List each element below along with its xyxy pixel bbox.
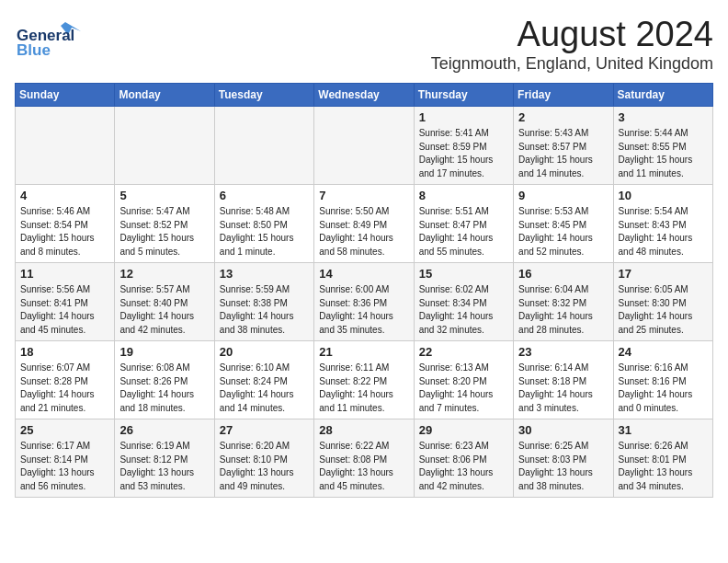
day-number: 24 [619,345,708,359]
calendar-cell: 8Sunrise: 5:51 AM Sunset: 8:47 PM Daylig… [414,185,513,263]
calendar-cell: 26Sunrise: 6:19 AM Sunset: 8:12 PM Dayli… [115,419,214,498]
calendar-week: 4Sunrise: 5:46 AM Sunset: 8:54 PM Daylig… [16,185,713,263]
calendar-cell: 24Sunrise: 6:16 AM Sunset: 8:16 PM Dayli… [613,341,712,419]
weekday-header: Friday [514,84,613,107]
day-number: 18 [20,345,109,359]
cell-info: Sunrise: 6:08 AM Sunset: 8:26 PM Dayligh… [119,362,209,415]
day-number: 25 [20,423,109,437]
cell-info: Sunrise: 6:17 AM Sunset: 8:14 PM Dayligh… [20,440,109,493]
cell-info: Sunrise: 6:19 AM Sunset: 8:12 PM Dayligh… [119,440,209,493]
day-number: 27 [220,423,309,437]
cell-info: Sunrise: 6:22 AM Sunset: 8:08 PM Dayligh… [319,440,408,493]
cell-info: Sunrise: 5:57 AM Sunset: 8:40 PM Dayligh… [119,283,209,337]
day-number: 9 [518,189,608,202]
day-number: 13 [220,267,309,281]
cell-info: Sunrise: 5:48 AM Sunset: 8:50 PM Dayligh… [220,205,309,259]
calendar-table: SundayMondayTuesdayWednesdayThursdayFrid… [15,83,713,498]
cell-info: Sunrise: 6:04 AM Sunset: 8:32 PM Dayligh… [518,283,608,337]
day-number: 23 [518,345,608,359]
cell-info: Sunrise: 6:20 AM Sunset: 8:10 PM Dayligh… [220,440,309,493]
cell-info: Sunrise: 6:10 AM Sunset: 8:24 PM Dayligh… [220,362,309,415]
day-number: 2 [518,110,608,124]
header-row: SundayMondayTuesdayWednesdayThursdayFrid… [16,84,713,107]
calendar-cell: 27Sunrise: 6:20 AM Sunset: 8:10 PM Dayli… [214,419,313,498]
calendar-cell [214,107,313,185]
title-block: August 2024 Teignmouth, England, United … [431,15,713,74]
calendar-cell [314,107,414,185]
cell-info: Sunrise: 5:44 AM Sunset: 8:55 PM Dayligh… [619,127,708,180]
cell-info: Sunrise: 6:05 AM Sunset: 8:30 PM Dayligh… [619,283,708,337]
cell-info: Sunrise: 6:25 AM Sunset: 8:03 PM Dayligh… [518,440,608,493]
calendar-cell: 6Sunrise: 5:48 AM Sunset: 8:50 PM Daylig… [214,185,313,263]
calendar-cell: 1Sunrise: 5:41 AM Sunset: 8:59 PM Daylig… [414,107,513,185]
cell-info: Sunrise: 6:07 AM Sunset: 8:28 PM Dayligh… [20,362,109,415]
day-number: 12 [119,267,209,281]
weekday-header: Sunday [16,84,115,107]
calendar-cell: 15Sunrise: 6:02 AM Sunset: 8:34 PM Dayli… [414,263,513,341]
day-number: 14 [319,267,408,281]
cell-info: Sunrise: 6:11 AM Sunset: 8:22 PM Dayligh… [319,362,408,415]
calendar-cell: 21Sunrise: 6:11 AM Sunset: 8:22 PM Dayli… [314,341,414,419]
cell-info: Sunrise: 6:23 AM Sunset: 8:06 PM Dayligh… [419,440,508,493]
cell-info: Sunrise: 6:13 AM Sunset: 8:20 PM Dayligh… [419,362,508,415]
cell-info: Sunrise: 6:14 AM Sunset: 8:18 PM Dayligh… [518,362,608,415]
cell-info: Sunrise: 5:54 AM Sunset: 8:43 PM Dayligh… [619,205,708,259]
day-number: 8 [419,189,508,202]
calendar-cell: 22Sunrise: 6:13 AM Sunset: 8:20 PM Dayli… [414,341,513,419]
cell-info: Sunrise: 5:50 AM Sunset: 8:49 PM Dayligh… [319,205,408,259]
cell-info: Sunrise: 6:02 AM Sunset: 8:34 PM Dayligh… [419,283,508,337]
cell-info: Sunrise: 5:53 AM Sunset: 8:45 PM Dayligh… [518,205,608,259]
day-number: 4 [20,189,109,202]
calendar-cell: 29Sunrise: 6:23 AM Sunset: 8:06 PM Dayli… [414,419,513,498]
cell-info: Sunrise: 5:41 AM Sunset: 8:59 PM Dayligh… [419,127,508,180]
calendar-week: 1Sunrise: 5:41 AM Sunset: 8:59 PM Daylig… [16,107,713,185]
calendar-week: 11Sunrise: 5:56 AM Sunset: 8:41 PM Dayli… [16,263,713,341]
day-number: 15 [419,267,508,281]
calendar-cell: 12Sunrise: 5:57 AM Sunset: 8:40 PM Dayli… [115,263,214,341]
calendar-cell [16,107,115,185]
calendar-cell: 14Sunrise: 6:00 AM Sunset: 8:36 PM Dayli… [314,263,414,341]
cell-info: Sunrise: 5:59 AM Sunset: 8:38 PM Dayligh… [220,283,309,337]
day-number: 22 [419,345,508,359]
calendar-cell: 9Sunrise: 5:53 AM Sunset: 8:45 PM Daylig… [514,185,613,263]
day-number: 28 [319,423,408,437]
cell-info: Sunrise: 5:46 AM Sunset: 8:54 PM Dayligh… [20,205,109,259]
calendar-cell: 20Sunrise: 6:10 AM Sunset: 8:24 PM Dayli… [214,341,313,419]
day-number: 6 [220,189,309,202]
calendar-cell: 31Sunrise: 6:26 AM Sunset: 8:01 PM Dayli… [613,419,712,498]
cell-info: Sunrise: 6:16 AM Sunset: 8:16 PM Dayligh… [619,362,708,415]
cell-info: Sunrise: 6:26 AM Sunset: 8:01 PM Dayligh… [619,440,708,493]
day-number: 3 [619,110,708,124]
calendar-cell: 5Sunrise: 5:47 AM Sunset: 8:52 PM Daylig… [115,185,214,263]
calendar-cell: 2Sunrise: 5:43 AM Sunset: 8:57 PM Daylig… [514,107,613,185]
day-number: 7 [319,189,408,202]
weekday-header: Saturday [613,84,712,107]
calendar-week: 18Sunrise: 6:07 AM Sunset: 8:28 PM Dayli… [16,341,713,419]
day-number: 30 [518,423,608,437]
day-number: 10 [619,189,708,202]
cell-info: Sunrise: 6:00 AM Sunset: 8:36 PM Dayligh… [319,283,408,337]
calendar-cell: 23Sunrise: 6:14 AM Sunset: 8:18 PM Dayli… [514,341,613,419]
day-number: 20 [220,345,309,359]
calendar-cell: 19Sunrise: 6:08 AM Sunset: 8:26 PM Dayli… [115,341,214,419]
day-number: 19 [119,345,209,359]
calendar-cell: 4Sunrise: 5:46 AM Sunset: 8:54 PM Daylig… [16,185,115,263]
day-number: 17 [619,267,708,281]
calendar-cell: 11Sunrise: 5:56 AM Sunset: 8:41 PM Dayli… [16,263,115,341]
svg-text:Blue: Blue [17,41,51,56]
weekday-header: Wednesday [314,84,414,107]
logo: GeneralBlue [15,15,88,56]
day-number: 11 [20,267,109,281]
calendar-cell: 25Sunrise: 6:17 AM Sunset: 8:14 PM Dayli… [16,419,115,498]
calendar-cell: 13Sunrise: 5:59 AM Sunset: 8:38 PM Dayli… [214,263,313,341]
day-number: 5 [119,189,209,202]
calendar-cell: 17Sunrise: 6:05 AM Sunset: 8:30 PM Dayli… [613,263,712,341]
cell-info: Sunrise: 5:51 AM Sunset: 8:47 PM Dayligh… [419,205,508,259]
page-header: GeneralBlue August 2024 Teignmouth, Engl… [15,15,713,74]
subtitle: Teignmouth, England, United Kingdom [431,54,713,74]
weekday-header: Tuesday [214,84,313,107]
weekday-header: Monday [115,84,214,107]
calendar-cell [115,107,214,185]
cell-info: Sunrise: 5:47 AM Sunset: 8:52 PM Dayligh… [119,205,209,259]
weekday-header: Thursday [414,84,513,107]
